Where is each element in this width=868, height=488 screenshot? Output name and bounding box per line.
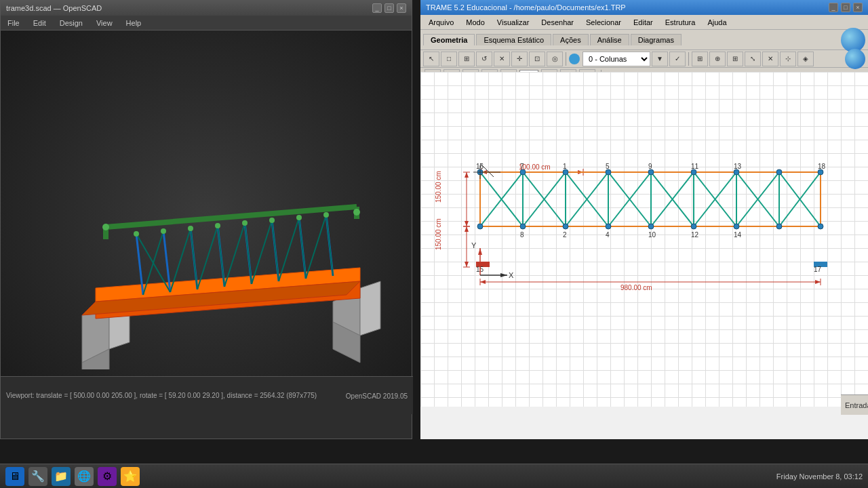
trame-win-controls: _ □ ×	[829, 3, 863, 12]
taskbar-icon-3[interactable]: 📁	[52, 467, 71, 486]
tab-analise[interactable]: Análise	[590, 34, 629, 45]
tab-acoes[interactable]: Ações	[553, 34, 589, 45]
svg-text:18: 18	[818, 163, 826, 170]
svg-text:7: 7	[520, 163, 524, 170]
btn-snap[interactable]: ◎	[547, 52, 563, 66]
trame-toolbar-row2: ↖ □ ⊞ ↺ ✕ ✛ ⊡ ◎ 0 - Colunas ▼ ✓ ⊞ ⊕ ⊞ ⤡ …	[420, 50, 868, 68]
svg-point-110	[734, 224, 739, 229]
taskbar-icon-5[interactable]: ⚙	[98, 467, 117, 486]
tab-geometria[interactable]: Geometria	[423, 34, 475, 45]
openscad-maximize-btn[interactable]: □	[384, 3, 394, 13]
trame-minimize-btn[interactable]: _	[829, 3, 838, 12]
menu-modo[interactable]: Modo	[460, 17, 490, 28]
taskbar-time: Friday November 8, 03:12	[776, 472, 863, 481]
taskbar-icon-2[interactable]: 🔧	[28, 467, 47, 486]
menu-selecionar[interactable]: Selecionar	[580, 17, 627, 28]
svg-text:5: 5	[606, 163, 610, 170]
svg-point-109	[691, 224, 696, 229]
trame-title: TRAME 5.2 Educacional - /home/paulo/Docu…	[426, 3, 626, 12]
taskbar-icon-1[interactable]: 🖥	[5, 467, 24, 486]
menu-estrutura[interactable]: Estrutura	[660, 17, 701, 28]
svg-marker-55	[465, 221, 469, 226]
svg-point-39	[242, 220, 248, 226]
btn-pointer[interactable]: ↖	[423, 52, 439, 66]
columns-dropdown[interactable]: 0 - Colunas	[583, 52, 650, 66]
svg-line-27	[245, 223, 252, 284]
svg-line-9	[106, 207, 357, 227]
svg-text:14: 14	[734, 231, 742, 239]
btn-resize[interactable]: ⤡	[745, 52, 761, 66]
svg-point-111	[776, 224, 782, 229]
trame-statusbar: Entrada Grade Cotas ✏ ↑ ○ ◎ ⊞ □ ⬛ ✕ ⊞ X:…	[841, 394, 868, 415]
tab-esquema[interactable]: Esquema Estático	[476, 34, 551, 45]
openscad-menu-design[interactable]: Design	[57, 18, 85, 28]
btn-cross[interactable]: ✕	[494, 52, 510, 66]
openscad-menu-view[interactable]: View	[94, 18, 115, 28]
svg-marker-132	[478, 248, 482, 255]
svg-point-96	[520, 169, 526, 175]
menu-arquivo[interactable]: Arquivo	[423, 17, 459, 28]
openscad-window: trame3d.scad — OpenSCAD _ □ × File Edit …	[0, 0, 412, 439]
svg-text:980.00 cm: 980.00 cm	[620, 284, 652, 291]
svg-point-101	[734, 169, 739, 175]
openscad-menu-file[interactable]: File	[5, 18, 22, 28]
svg-point-40	[269, 218, 275, 223]
openscad-menubar: File Edit Design View Help	[1, 16, 412, 30]
svg-text:11: 11	[691, 163, 699, 170]
openscad-menu-help[interactable]: Help	[123, 18, 144, 28]
svg-point-104	[477, 224, 483, 229]
menu-visualizar[interactable]: Visualizar	[492, 17, 535, 28]
btn-grid[interactable]: ⊞	[458, 52, 475, 66]
openscad-minimize-btn[interactable]: _	[372, 3, 382, 13]
btn-nodes[interactable]: ⊡	[529, 52, 545, 66]
svg-line-29	[272, 220, 279, 281]
btn-rotate[interactable]: ↺	[476, 52, 492, 66]
svg-text:4: 4	[606, 231, 610, 239]
menu-ajuda[interactable]: Ajuda	[702, 17, 732, 28]
btn-plus[interactable]: ✛	[511, 52, 528, 66]
svg-point-97	[563, 169, 568, 175]
svg-point-103	[818, 169, 823, 175]
svg-point-106	[563, 224, 568, 229]
taskbar-icon-6[interactable]: ⭐	[121, 467, 140, 486]
openscad-close-btn[interactable]: ×	[397, 3, 406, 13]
trame-canvas[interactable]: 100.00 cm 150.00 cm 980.00 cm 150.00 cm	[420, 72, 868, 407]
svg-point-41	[296, 215, 302, 220]
bridge-3d-view	[1, 30, 408, 369]
trame-titlebar: TRAME 5.2 Educacional - /home/paulo/Docu…	[420, 0, 868, 15]
view-indicator	[569, 54, 580, 64]
taskbar-icon-4[interactable]: 🌐	[75, 467, 94, 486]
svg-marker-134	[500, 273, 507, 277]
openscad-menu-edit[interactable]: Edit	[31, 18, 49, 28]
openscad-viewport[interactable]	[1, 30, 412, 401]
trame-restore-btn[interactable]: □	[841, 3, 850, 12]
openscad-title: trame3d.scad — OpenSCAD	[6, 4, 102, 12]
svg-point-108	[648, 224, 654, 229]
svg-text:2: 2	[563, 231, 567, 239]
svg-text:Y: Y	[471, 241, 477, 249]
btn-dropdown-arrow[interactable]: ▼	[652, 52, 668, 66]
btn-box[interactable]: □	[441, 52, 457, 66]
btn-nodes2[interactable]: ⊕	[709, 52, 726, 66]
svg-point-43	[353, 209, 360, 216]
menu-editar[interactable]: Editar	[628, 17, 658, 28]
openscad-win-controls: _ □ ×	[372, 3, 406, 13]
svg-line-32	[306, 215, 326, 279]
btn-grid2[interactable]: ⊞	[692, 52, 708, 66]
openscad-statusbar: Viewport: translate = [ 500.00 0.00 205.…	[1, 376, 413, 414]
tab-diagramas[interactable]: Diagramas	[631, 34, 682, 45]
btn-check[interactable]: ✓	[669, 52, 686, 66]
btn-snap2[interactable]: ◈	[797, 52, 814, 66]
svg-text:150.00 cm: 150.00 cm	[435, 171, 442, 203]
svg-marker-67	[465, 262, 469, 267]
trame-close-btn[interactable]: ×	[853, 3, 863, 12]
svg-point-36	[161, 228, 166, 234]
taskbar-right: Friday November 8, 03:12	[776, 472, 863, 481]
svg-point-34	[102, 224, 109, 230]
btn-move[interactable]: ⊞	[727, 52, 743, 66]
svg-text:8: 8	[520, 231, 524, 239]
menu-desenhar[interactable]: Desenhar	[536, 17, 579, 28]
trame-menubar: Arquivo Modo Visualizar Desenhar Selecio…	[420, 15, 868, 30]
btn-cursor[interactable]: ⊹	[780, 52, 796, 66]
btn-cross2[interactable]: ✕	[762, 52, 778, 66]
